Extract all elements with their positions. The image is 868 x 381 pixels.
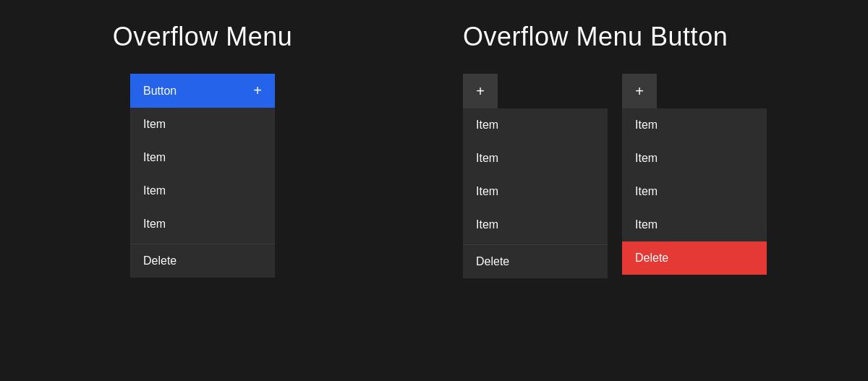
btn-delete-button-2[interactable]: Delete [622,241,767,275]
btn-menu-item-2-4[interactable]: Item [622,208,767,241]
btn-delete-button-1[interactable]: Delete [463,245,608,278]
page-wrapper: Overflow Menu Button + Item Item Item It… [0,0,868,381]
overflow-menu-button-title: Overflow Menu Button [463,22,728,52]
plus-icon-2: + [635,83,644,100]
icon-button-2[interactable]: + [622,74,657,108]
btn-menu-item-1-4[interactable]: Item [463,208,608,241]
delete-button[interactable]: Delete [130,244,275,278]
overflow-menu-dropdown: Item Item Item Item Delete [130,108,275,278]
overflow-menu-container: Button + Item Item Item Item Delete [130,74,275,278]
menu-item-1[interactable]: Item [130,108,275,141]
overflow-menu-title: Overflow Menu [113,22,293,52]
plus-icon-1: + [476,83,485,100]
menu-item-2[interactable]: Item [130,141,275,174]
btn-menu-item-2-1[interactable]: Item [622,108,767,142]
overflow-btn-dropdown-2: Item Item Item Item Delete [622,108,767,275]
overflow-menu-btn-container-2: + Item Item Item Item D [622,74,767,275]
overflow-menu-btn-section: + Item Item Item Item [463,74,767,278]
overflow-menu-button[interactable]: Button + [130,74,275,108]
overflow-menu-section: Overflow Menu Button + Item Item Item It… [0,0,405,381]
plus-icon: + [253,82,262,99]
icon-button-1[interactable]: + [463,74,498,108]
overflow-menu-button-section: Overflow Menu Button + Item Item Item [405,0,868,381]
menu-item-4[interactable]: Item [130,207,275,241]
button-label: Button [143,85,176,98]
btn-menu-item-1-2[interactable]: Item [463,142,608,175]
menu-item-3[interactable]: Item [130,174,275,207]
btn-menu-item-1-1[interactable]: Item [463,108,608,142]
btn-menu-item-2-2[interactable]: Item [622,142,767,175]
overflow-menu-btn-container-1: + Item Item Item Item [463,74,608,278]
btn-menu-item-1-3[interactable]: Item [463,175,608,208]
overflow-btn-dropdown-1: Item Item Item Item Delete [463,108,608,278]
btn-menu-item-2-3[interactable]: Item [622,175,767,208]
